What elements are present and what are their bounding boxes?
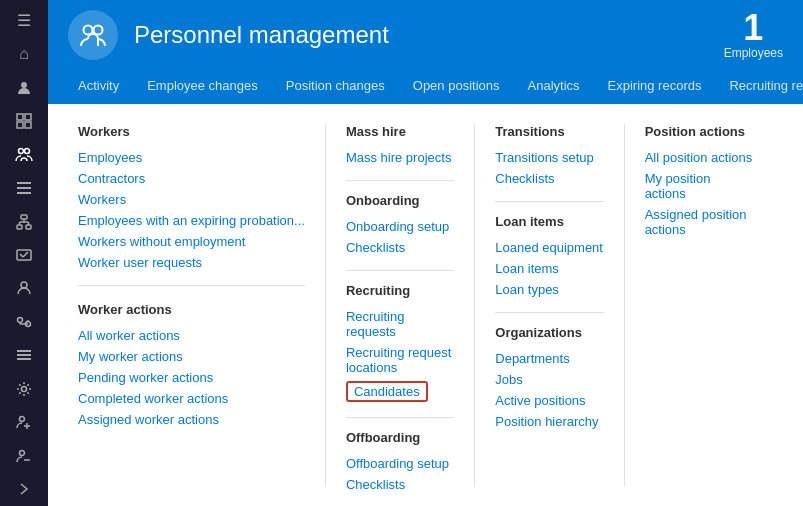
tab-activity[interactable]: Activity xyxy=(64,70,133,104)
svg-point-34 xyxy=(94,26,103,35)
svg-rect-7 xyxy=(17,182,31,184)
position-hierarchy-link[interactable]: Position hierarchy xyxy=(495,411,603,432)
svg-rect-2 xyxy=(25,114,31,120)
tab-recruiting-requests[interactable]: Recruiting requests xyxy=(715,70,803,104)
workers-no-employment-link[interactable]: Workers without employment xyxy=(78,231,305,252)
col-position-actions: Position actions All position actions My… xyxy=(624,124,773,486)
svg-point-21 xyxy=(18,317,23,322)
transitions-title: Transitions xyxy=(495,124,603,139)
employees-link[interactable]: Employees xyxy=(78,147,305,168)
worker-actions-title: Worker actions xyxy=(78,302,305,317)
workers-title: Workers xyxy=(78,124,305,139)
svg-point-5 xyxy=(19,148,24,153)
stat-block: 1 Employees xyxy=(724,10,783,60)
all-worker-actions-link[interactable]: All worker actions xyxy=(78,325,305,346)
page-header: Personnel management 1 Employees xyxy=(48,0,803,70)
svg-rect-11 xyxy=(17,225,22,229)
sidebar-add-person-icon[interactable] xyxy=(0,406,48,439)
module-icon xyxy=(68,10,118,60)
sidebar-chevron-icon[interactable] xyxy=(0,473,48,506)
sidebar-check-icon[interactable] xyxy=(0,238,48,271)
sidebar-org-icon[interactable] xyxy=(0,205,48,238)
loan-items-title: Loan items xyxy=(495,214,603,229)
onboarding-setup-link[interactable]: Onboarding setup xyxy=(346,216,454,237)
loaned-equipment-link[interactable]: Loaned equipment xyxy=(495,237,603,258)
sidebar-list-icon[interactable] xyxy=(0,171,48,204)
sidebar-people2-icon[interactable] xyxy=(0,272,48,305)
main-content: Personnel management 1 Employees Activit… xyxy=(48,0,803,506)
svg-rect-4 xyxy=(25,122,31,128)
organizations-title: Organizations xyxy=(495,325,603,340)
svg-point-20 xyxy=(21,282,27,288)
col-workers: Workers Employees Contractors Workers Em… xyxy=(78,124,325,486)
col-hiring: Mass hire Mass hire projects Onboarding … xyxy=(325,124,474,486)
transitions-setup-link[interactable]: Transitions setup xyxy=(495,147,603,168)
mass-hire-title: Mass hire xyxy=(346,124,454,139)
employees-expiring-link[interactable]: Employees with an expiring probation... xyxy=(78,210,305,231)
tab-open-positions[interactable]: Open positions xyxy=(399,70,514,104)
sidebar-transfer-icon[interactable] xyxy=(0,305,48,338)
sidebar-remove-person-icon[interactable] xyxy=(0,439,48,472)
loan-items-link[interactable]: Loan items xyxy=(495,258,603,279)
stat-number: 1 xyxy=(724,10,783,46)
active-positions-link[interactable]: Active positions xyxy=(495,390,603,411)
links-dropdown: Workers Employees Contractors Workers Em… xyxy=(48,104,803,506)
nav-tabs: Activity Employee changes Position chang… xyxy=(48,70,803,104)
svg-point-27 xyxy=(22,386,27,391)
workers-link[interactable]: Workers xyxy=(78,189,305,210)
stat-label: Employees xyxy=(724,46,783,60)
svg-rect-3 xyxy=(17,122,23,128)
sidebar: ☰ ⌂ xyxy=(0,0,48,506)
col-transitions: Transitions Transitions setup Checklists… xyxy=(474,124,623,486)
onboarding-title: Onboarding xyxy=(346,193,454,208)
sidebar-menu-icon[interactable]: ☰ xyxy=(0,4,48,37)
svg-point-6 xyxy=(25,148,30,153)
svg-line-19 xyxy=(23,252,28,257)
candidates-highlighted: Candidates xyxy=(346,381,428,402)
svg-rect-9 xyxy=(17,192,31,194)
svg-rect-1 xyxy=(17,114,23,120)
recruiting-locations-link[interactable]: Recruiting request locations xyxy=(346,342,454,378)
departments-link[interactable]: Departments xyxy=(495,348,603,369)
assigned-worker-actions-link[interactable]: Assigned worker actions xyxy=(78,409,305,430)
sidebar-list2-icon[interactable] xyxy=(0,339,48,372)
offboarding-checklists-link[interactable]: Checklists xyxy=(346,474,454,495)
tab-expiring-records[interactable]: Expiring records xyxy=(594,70,716,104)
tab-analytics[interactable]: Analytics xyxy=(514,70,594,104)
sidebar-home-icon[interactable]: ⌂ xyxy=(0,37,48,70)
position-actions-title: Position actions xyxy=(645,124,753,139)
svg-rect-10 xyxy=(21,215,27,219)
svg-point-0 xyxy=(21,82,27,88)
svg-rect-24 xyxy=(17,350,31,352)
sidebar-person-icon[interactable] xyxy=(0,71,48,104)
sidebar-gear-icon[interactable] xyxy=(0,372,48,405)
loan-types-link[interactable]: Loan types xyxy=(495,279,603,300)
svg-point-28 xyxy=(20,417,25,422)
svg-point-33 xyxy=(84,26,93,35)
completed-worker-actions-link[interactable]: Completed worker actions xyxy=(78,388,305,409)
svg-rect-26 xyxy=(17,358,31,360)
tab-position-changes[interactable]: Position changes xyxy=(272,70,399,104)
onboarding-checklists-link[interactable]: Checklists xyxy=(346,237,454,258)
candidates-link[interactable]: Candidates xyxy=(346,378,454,405)
recruiting-title: Recruiting xyxy=(346,283,454,298)
svg-rect-8 xyxy=(17,187,31,189)
contractors-link[interactable]: Contractors xyxy=(78,168,305,189)
svg-point-31 xyxy=(20,450,25,455)
jobs-link[interactable]: Jobs xyxy=(495,369,603,390)
page-title: Personnel management xyxy=(134,21,724,49)
mass-hire-projects-link[interactable]: Mass hire projects xyxy=(346,147,454,168)
transitions-checklists-link[interactable]: Checklists xyxy=(495,168,603,189)
sidebar-hr-icon[interactable] xyxy=(0,138,48,171)
worker-user-requests-link[interactable]: Worker user requests xyxy=(78,252,305,273)
sidebar-grid-icon[interactable] xyxy=(0,104,48,137)
my-position-actions-link[interactable]: My position actions xyxy=(645,168,753,204)
svg-rect-25 xyxy=(17,354,31,356)
recruiting-requests-link2[interactable]: Recruiting requests xyxy=(346,306,454,342)
my-worker-actions-link[interactable]: My worker actions xyxy=(78,346,305,367)
assigned-position-actions-link[interactable]: Assigned position actions xyxy=(645,204,753,240)
tab-employee-changes[interactable]: Employee changes xyxy=(133,70,272,104)
offboarding-setup-link[interactable]: Offboarding setup xyxy=(346,453,454,474)
all-position-actions-link[interactable]: All position actions xyxy=(645,147,753,168)
pending-worker-actions-link[interactable]: Pending worker actions xyxy=(78,367,305,388)
